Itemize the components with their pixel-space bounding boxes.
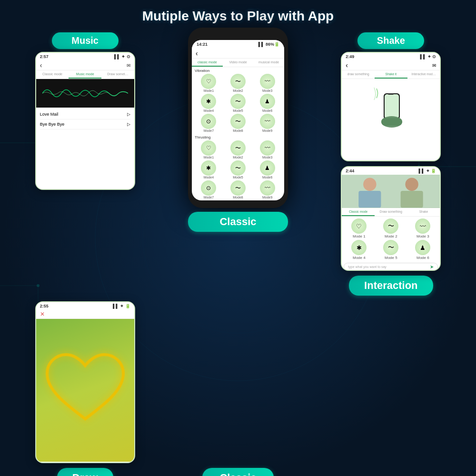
- draw-time: 2:55: [40, 304, 49, 308]
- interaction-modes: ♡ Mode 1 〜 Mode 2 〰 Mode 3 ✱ Mode 4: [342, 217, 440, 262]
- classic-card: Classic: [164, 301, 311, 476]
- song-1-play[interactable]: ▷: [127, 112, 130, 117]
- interaction-label: Interaction: [349, 276, 433, 296]
- shake-time: 2:49: [346, 54, 354, 59]
- video-call-thumbnail: [342, 175, 440, 208]
- center-classic-tab[interactable]: classic mode: [192, 59, 223, 67]
- c-mode-3: 〰 Mode3: [253, 74, 281, 92]
- t-mode-8: 〜 Mode8: [224, 180, 252, 199]
- t-mode-3: 〰 Mode3: [253, 140, 281, 159]
- center-battery: ▌▌ 86%🔋: [258, 42, 279, 47]
- classic-pill-label: Classic: [188, 212, 288, 232]
- center-nav-tabs: classic mode Video mode musical mode: [192, 59, 284, 67]
- music-card: Music 2:57 ▌▌ ✦ ⊙ ‹ ✉ Classic mode Music…: [11, 32, 159, 296]
- int-mode-4: ✱ Mode 4: [344, 240, 374, 260]
- interaction-nav-tabs: Classic mode Draw something Shake: [342, 208, 440, 217]
- svg-rect-20: [359, 191, 381, 208]
- svg-point-19: [363, 178, 376, 191]
- shake-status-icons: ▌▌ ✦ ⊙: [420, 54, 436, 59]
- music-label: Music: [52, 32, 119, 49]
- int-mode-1: ♡ Mode 1: [344, 218, 374, 238]
- draw-card: 2:55 ▌▌ ✦ 🔋 ✕ Draw: [11, 301, 159, 476]
- song-2-play[interactable]: ▷: [127, 122, 130, 127]
- c-mode-7: ⊙ Mode7: [195, 114, 223, 132]
- send-icon[interactable]: ➤: [430, 264, 434, 269]
- int-mode-6: ♟ Mode 6: [407, 240, 438, 260]
- center-vibration: Vibration ♡ Mode1 〜 Mode2 〰 Mode3: [192, 67, 284, 134]
- c-mode-5: 〜 Mode5: [224, 94, 252, 112]
- c-mode-icon-1: ♡: [201, 74, 216, 89]
- draw-label: Draw: [57, 468, 113, 476]
- t-mode-2: 〜 Mode2: [224, 140, 252, 159]
- c-mode-6: ♟ Mode6: [253, 94, 281, 112]
- center-thrusting: Thrusting ♡ Mode1 〜 Mode2 〰 Mode3: [192, 134, 284, 200]
- t-mode-6: ♟ Mode6: [253, 160, 281, 179]
- draw-tab-interaction[interactable]: Draw something: [375, 208, 407, 216]
- center-vibration-title: Vibration: [195, 69, 281, 73]
- center-video-tab[interactable]: Video mode: [223, 59, 254, 67]
- t-mode-1: ♡ Mode1: [195, 140, 223, 159]
- svg-point-21: [406, 178, 418, 191]
- int-mode-3: 〰 Mode 3: [407, 218, 438, 238]
- center-time: 14:21: [197, 42, 208, 47]
- close-icon[interactable]: ✕: [40, 311, 45, 317]
- interaction-time: 2:44: [346, 169, 354, 173]
- draw-tab-music[interactable]: Draw somet…: [101, 70, 134, 79]
- svg-rect-14: [385, 94, 399, 119]
- draw-tab-shake[interactable]: draw something: [342, 70, 375, 79]
- music-list: Love Mail ▷ Bye Bye Bye ▷: [36, 108, 134, 131]
- music-waveform: [36, 79, 134, 108]
- song-1-name: Love Mail: [40, 112, 59, 117]
- c-mode-2: 〜 Mode2: [224, 74, 252, 92]
- t-mode-7: ⊙ Mode7: [195, 180, 223, 199]
- svg-rect-17: [381, 118, 402, 126]
- draw-status-icons: ▌▌ ✦ 🔋: [113, 304, 130, 308]
- draw-phone: 2:55 ▌▌ ✦ 🔋 ✕: [35, 301, 135, 463]
- c-mode-1: ♡ Mode1: [195, 74, 223, 92]
- classic-tab-music[interactable]: Classic mode: [36, 70, 69, 79]
- shake-illustration: [342, 79, 440, 136]
- shake-nav-tabs: draw something Shake it Interactive mod…: [342, 70, 440, 79]
- shake-card: Shake 2:49 ▌▌ ✦ ⊙ ‹ ✉ draw something Sha…: [317, 32, 465, 296]
- music-time: 2:57: [40, 54, 49, 59]
- c-mode-9: 〰 Mode9: [253, 114, 281, 132]
- shake-tab[interactable]: Shake it: [375, 70, 407, 79]
- classic-tab-interaction[interactable]: Classic mode: [342, 208, 375, 216]
- svg-rect-22: [401, 191, 423, 208]
- c-mode-8: 〜 Mode8: [224, 114, 252, 132]
- music-item-2[interactable]: Bye Bye Bye ▷: [40, 119, 130, 129]
- center-classic-phone: 14:21 ▌▌ 86%🔋 ‹ classic mode Video mode …: [188, 28, 288, 232]
- t-mode-4: ✱ Mode4: [195, 160, 223, 179]
- shake-phone: 2:49 ▌▌ ✦ ⊙ ‹ ✉ draw something Shake it …: [341, 52, 441, 161]
- int-mode-2: 〜 Mode 2: [376, 218, 406, 238]
- music-nav-tabs: Classic mode Music mode Draw somet…: [36, 70, 134, 79]
- svg-rect-15: [388, 93, 394, 95]
- t-mode-9: 〰 Mode9: [253, 180, 281, 199]
- center-thrust-grid: ♡ Mode1 〜 Mode2 〰 Mode3 ✱ Mode4: [195, 140, 281, 199]
- center-back[interactable]: ‹: [196, 50, 198, 57]
- svg-rect-18: [342, 175, 440, 208]
- page-title: Mutiple Ways to Play with App: [0, 0, 476, 29]
- chat-input-placeholder[interactable]: type what you want to say: [348, 265, 430, 268]
- shake-tab-interaction[interactable]: Shake: [407, 208, 440, 216]
- music-mode-tab[interactable]: Music mode: [69, 70, 101, 79]
- interaction-status: ▌▌ ✦ 🔋: [419, 169, 436, 173]
- interaction-phone: 2:44 ▌▌ ✦ 🔋: [341, 166, 441, 271]
- c-mode-4: ✱ Mode4: [195, 94, 223, 112]
- interactive-tab[interactable]: Interactive mod…: [407, 70, 440, 79]
- music-item-1[interactable]: Love Mail ▷: [40, 109, 130, 119]
- shake-label: Shake: [357, 32, 424, 49]
- center-thrusting-title: Thrusting: [195, 135, 281, 139]
- music-phone: 2:57 ▌▌ ✦ ⊙ ‹ ✉ Classic mode Music mode …: [35, 52, 135, 190]
- classic-label: Classic: [202, 468, 274, 476]
- center-musical-tab[interactable]: musical mode: [253, 59, 284, 67]
- music-status-icons: ▌▌ ✦ ⊙: [114, 54, 130, 59]
- t-mode-5: 〜 Mode5: [224, 160, 252, 179]
- center-modes-grid: ♡ Mode1 〜 Mode2 〰 Mode3 ✱ Mode4: [195, 74, 281, 132]
- int-mode-5: 〜 Mode 5: [376, 240, 406, 260]
- song-2-name: Bye Bye Bye: [40, 122, 65, 127]
